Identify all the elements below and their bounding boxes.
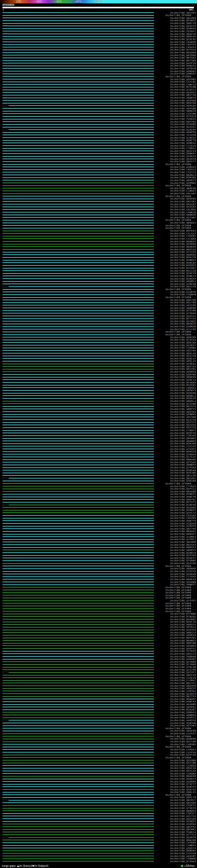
hit-line: [2, 350, 154, 351]
hit-label: UniRef100_Q6CWK2: [170, 828, 196, 831]
hit-line: [2, 47, 154, 48]
hit-line: [2, 140, 154, 141]
hit-row: UniRef100_B0D1N0: [0, 642, 197, 645]
hit-label: UniRef100_Q6DJQ8: [170, 341, 196, 344]
hit-label: UniRef100_Q28C14: [170, 379, 196, 381]
hit-label: UniRef100_Q16Q44: [170, 453, 196, 456]
hit-line: [2, 744, 154, 745]
hit-label: UniRef100_Q32431: [170, 126, 196, 128]
hit-label: UniRef100_UP1000...: [166, 227, 196, 229]
hit-line: [2, 26, 154, 26]
hit-line: [2, 98, 154, 98]
hit-row: UniRef100_UP1000...: [0, 14, 197, 17]
hit-label: UniRef100_A9ZT04: [170, 349, 196, 352]
hit-row: UniRef100_UP1000...: [0, 756, 197, 759]
hit-row: UniRef100_Q6BQP5: [0, 809, 197, 812]
hit-line: [2, 127, 154, 127]
hit-row: UniRef100_C4YMA6: [0, 841, 197, 844]
hit-label: UniRef100_Q60HV6: [170, 254, 196, 256]
hit-row: UniRef100_A9IRJ4: [0, 626, 197, 629]
hit-line: [2, 241, 154, 242]
hit-label: UniRef100_A7RLH6: [170, 666, 196, 669]
hit-label: UniRef100_B8LYV7: [170, 682, 196, 684]
hit-row: UniRef100_Q9PL70: [0, 796, 197, 799]
hit-line: [2, 457, 154, 457]
hit-line: [2, 728, 154, 728]
hit-row: UniRef100_Q6PBY3: [0, 389, 197, 392]
hit-row: UniRef100_Q2TBR8: [0, 660, 197, 663]
hit-line: [2, 207, 154, 207]
hit-line: [2, 614, 154, 614]
hit-label: UniRef100_Q49151: [170, 315, 196, 317]
hit-line: [2, 696, 154, 697]
hit-line: [2, 52, 154, 53]
hit-label: UniRef100_B6KR39: [170, 246, 196, 248]
hit-row: UniRef100_A9C3Q8: [0, 416, 197, 418]
hit-row: UniRef100_Q5CWQ2: [0, 320, 197, 323]
hit-label: UniRef100_Q5ZJ10: [170, 419, 196, 421]
hit-row: UniRef100_C5MBV4: [0, 844, 197, 847]
hit-line: [2, 827, 154, 827]
hit-label: UniRef100_A8WN59: [170, 714, 196, 716]
hit-row: UniRef100_P46614: [0, 831, 197, 834]
hit-row: UniRef100_A8BPB6: [0, 307, 197, 309]
hit-label: UniRef100_Q7PVA4: [170, 466, 196, 469]
hit-line: [2, 552, 154, 553]
hit-row: UniRef100_Q5W7H6: [0, 722, 197, 724]
hit-row: UniRef100_A7TZ43: [0, 251, 197, 254]
hit-line: [2, 709, 154, 710]
hit-line: [2, 44, 154, 45]
hit-label: UniRef100_Q9FYN3: [170, 121, 196, 123]
hit-row: UniRef100_A2XGB9: [0, 123, 197, 126]
hit-row: UniRef100_C9S5B3: [0, 514, 197, 517]
hit-row: UniRef100_UP1000...: [0, 746, 197, 748]
hit-label: UniRef100_B6TD86: [170, 54, 196, 57]
hit-label: UniRef100_Q29CT9: [170, 272, 196, 275]
hit-label: UniRef100_C9S5B3: [170, 515, 196, 517]
hit-line: [2, 520, 154, 521]
hit-label: UniRef100_B0JZ82: [170, 368, 196, 370]
hit-label: UniRef100_B3TLM0: [170, 86, 196, 88]
hit-row: UniRef100_Q5A8T0: [0, 836, 197, 839]
hit-label: UniRef100_A6N078: [170, 97, 196, 99]
hit-label: UniRef100_C5PHF4: [170, 748, 196, 751]
hit-line: [2, 558, 154, 558]
hit-line: [2, 111, 154, 112]
hit-label: UniRef100_C5DWH6: [170, 858, 196, 860]
hit-label: UniRef100_Q93VT9: [170, 25, 196, 27]
hit-label: UniRef100_C5DF57: [170, 804, 196, 807]
hit-row: UniRef100_B8XW76: [0, 323, 197, 326]
hit-row: UniRef100_A8N8T7: [0, 584, 197, 586]
hit-row: UniRef100_Q4QGF4: [0, 778, 197, 780]
hit-label: UniRef100_B6RRP5: [170, 241, 196, 243]
scale-tick-label: ~40%: [35, 0, 42, 3]
hit-line: [2, 747, 154, 747]
hit-row: UniRef100_A4H571: [0, 716, 197, 719]
hit-label: UniRef100_Q6LIT8: [170, 285, 196, 288]
hit-line: [2, 193, 154, 194]
hit-row: UniRef100_A9UL43: [0, 360, 197, 363]
hit-label: UniRef100_C5KPB1: [170, 235, 196, 238]
hit-row: UniRef100_A8IZK3: [0, 11, 197, 14]
hit-line: [2, 765, 154, 766]
hit-label: UniRef100_A9NZS2: [170, 65, 196, 67]
hit-label: UniRef100_Q54HC9: [170, 693, 196, 695]
hit-label: UniRef100_A9C3Q8: [170, 416, 196, 418]
hit-label: UniRef100_UP1000...: [166, 608, 196, 610]
hit-row: UniRef100_A8WN59: [0, 714, 197, 716]
hit-line: [2, 84, 154, 85]
hit-row: UniRef100_B0W3H6: [0, 459, 197, 461]
hit-label: UniRef100_Q6PBY3: [170, 389, 196, 392]
query-name: AY635054: [2, 4, 14, 6]
hit-line: [2, 422, 154, 423]
hit-label: UniRef100_B0D1N0: [170, 642, 196, 645]
hit-label: UniRef100_Q6C969: [170, 802, 196, 804]
hit-label: UniRef100_Q3TZP7: [170, 671, 196, 674]
hit-label: UniRef100_Q5KHN0: [170, 581, 196, 584]
hit-line: [2, 523, 154, 524]
hit-label: UniRef100_A9UMV9: [170, 371, 196, 373]
hit-line: [9, 129, 154, 130]
hit-label: UniRef100_C5KQN4: [170, 773, 196, 775]
hit-line: [2, 268, 154, 269]
hit-label: UniRef100_C1BQF4: [170, 429, 196, 432]
